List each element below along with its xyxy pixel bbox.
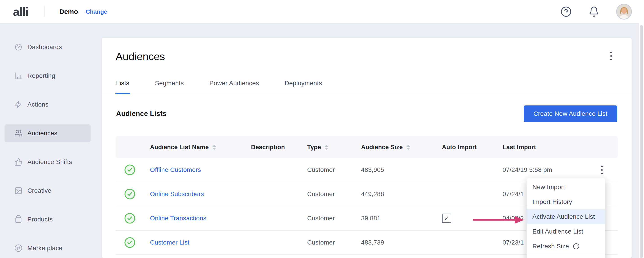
avatar[interactable] <box>616 4 632 19</box>
status-cell <box>116 188 144 200</box>
column-header-last-import: Last Import <box>496 144 586 151</box>
scrollbar-track[interactable] <box>639 0 644 258</box>
status-cell <box>116 237 144 248</box>
page-title: Audiences <box>102 38 632 63</box>
shopping-bag-icon <box>14 215 22 224</box>
lightning-icon <box>14 100 22 109</box>
status-cell <box>116 164 144 176</box>
status-active-icon <box>124 237 136 248</box>
table-header-row: Audience List Name Description Type Audi… <box>116 136 618 158</box>
audience-list-link[interactable]: Offline Customers <box>150 166 201 173</box>
gauge-icon <box>14 43 22 51</box>
status-active-icon <box>124 213 136 224</box>
audience-size-cell: 483,905 <box>355 166 436 173</box>
sort-arrows-icon[interactable] <box>325 145 328 150</box>
tab-bar: Lists Segments Power Audiences Deploymen… <box>102 79 632 94</box>
sidebar-item-marketplace[interactable]: Marketplace <box>4 239 91 257</box>
sidebar-item-label: Audiences <box>28 130 57 137</box>
sidebar-item-audiences[interactable]: Audiences <box>4 124 91 142</box>
sort-arrows-icon[interactable] <box>406 145 410 150</box>
auto-import-checkbox[interactable]: ✓ <box>442 214 451 223</box>
card-kebab-menu-button[interactable] <box>610 52 612 60</box>
compass-icon <box>14 244 22 252</box>
screen: alli Demo Change <box>0 0 644 258</box>
audience-size-cell: 449,288 <box>355 191 436 198</box>
topbar-divider <box>44 6 45 17</box>
change-account-link[interactable]: Change <box>86 8 107 15</box>
sidebar-item-label: Audience Shifts <box>28 158 72 166</box>
sort-arrows-icon[interactable] <box>212 145 216 150</box>
type-cell: Customer <box>301 166 355 173</box>
status-cell <box>116 213 144 224</box>
menu-divider <box>526 254 606 254</box>
users-icon <box>14 129 22 137</box>
status-active-icon <box>124 188 136 200</box>
audience-list-link[interactable]: Online Transactions <box>150 215 206 222</box>
sidebar-item-actions[interactable]: Actions <box>4 96 91 114</box>
sidebar-item-label: Reporting <box>28 72 55 79</box>
menu-item-edit-audience-list[interactable]: Edit Audience List <box>526 224 606 239</box>
tab-segments[interactable]: Segments <box>155 79 184 94</box>
menu-item-import-history[interactable]: Import History <box>526 195 606 209</box>
tab-lists[interactable]: Lists <box>116 79 129 94</box>
bell-icon[interactable] <box>588 6 600 17</box>
image-icon <box>14 187 22 195</box>
lists-section-header: Audience Lists Create New Audience List <box>102 105 632 122</box>
column-header-type[interactable]: Type <box>301 144 355 151</box>
tab-deployments[interactable]: Deployments <box>284 79 322 94</box>
status-active-icon <box>124 164 136 176</box>
sidebar-item-audience-shifts[interactable]: Audience Shifts <box>4 153 91 171</box>
sidebar-item-label: Dashboards <box>28 43 62 51</box>
column-header-audience-list-name[interactable]: Audience List Name <box>144 144 245 151</box>
type-cell: Customer <box>301 191 355 198</box>
column-header-description: Description <box>245 144 301 151</box>
menu-item-refresh-size[interactable]: Refresh Size <box>526 239 606 254</box>
audience-size-cell: 39,881 <box>355 215 436 222</box>
bar-chart-icon <box>14 72 22 80</box>
sidebar-item-label: Products <box>28 216 53 223</box>
sidebar: Dashboards Reporting Actions Audiences A… <box>0 23 96 258</box>
sidebar-item-creative[interactable]: Creative <box>4 182 91 200</box>
sidebar-item-dashboards[interactable]: Dashboards <box>4 38 91 56</box>
row-context-menu: New Import Import History Activate Audie… <box>526 178 606 258</box>
topbar-actions <box>560 4 644 19</box>
annotation-arrow <box>471 215 525 225</box>
help-icon[interactable] <box>560 6 572 17</box>
last-import-cell: 07/24/19 5:58 pm <box>496 166 586 173</box>
section-heading: Audience Lists <box>116 110 166 118</box>
menu-item-new-import[interactable]: New Import <box>526 180 606 195</box>
tab-power-audiences[interactable]: Power Audiences <box>210 79 259 94</box>
column-header-auto-import: Auto Import <box>436 144 496 151</box>
sidebar-item-reporting[interactable]: Reporting <box>4 67 91 85</box>
column-header-audience-size[interactable]: Audience Size <box>355 144 436 151</box>
refresh-icon <box>572 243 580 250</box>
type-cell: Customer <box>301 215 355 222</box>
audience-list-link[interactable]: Customer List <box>150 239 189 246</box>
thumbs-up-icon <box>14 158 22 166</box>
audience-list-link[interactable]: Online Subscribers <box>150 191 204 197</box>
type-cell: Customer <box>301 239 355 246</box>
create-new-audience-list-button[interactable]: Create New Audience List <box>524 105 617 122</box>
sidebar-item-products[interactable]: Products <box>4 211 91 228</box>
row-kebab-menu-button[interactable] <box>601 166 603 174</box>
sidebar-item-label: Actions <box>28 101 48 108</box>
scrollbar-thumb[interactable] <box>640 25 643 258</box>
menu-item-activate-audience-list[interactable]: Activate Audience List <box>526 209 606 224</box>
top-bar: alli Demo Change <box>0 0 644 23</box>
account-name: Demo <box>59 8 78 15</box>
audience-size-cell: 483,739 <box>355 239 436 246</box>
sidebar-item-label: Creative <box>28 187 52 194</box>
alli-logo: alli <box>13 5 28 18</box>
sidebar-item-label: Marketplace <box>28 245 62 252</box>
